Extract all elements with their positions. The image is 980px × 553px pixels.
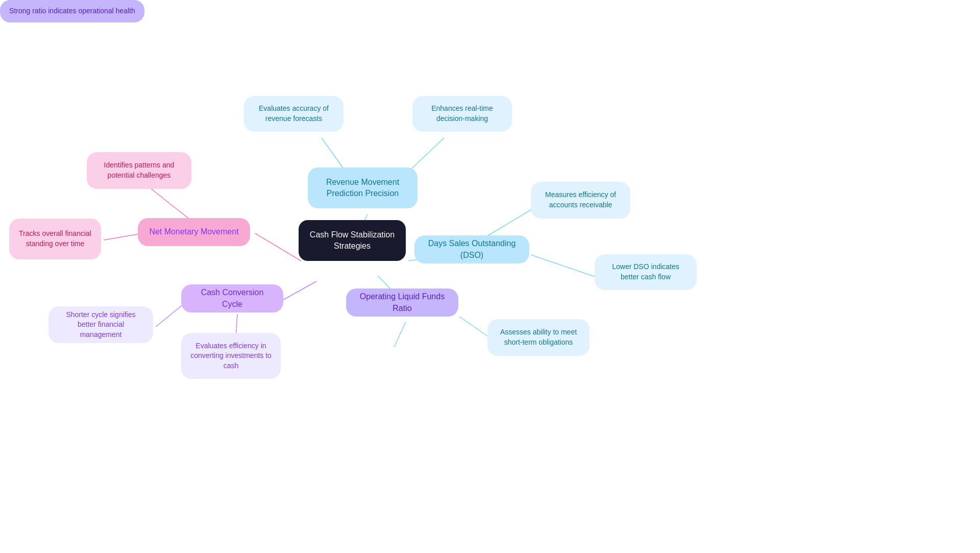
revenue-prediction-node: Revenue Movement Prediction Precision xyxy=(308,167,418,208)
evaluates-efficiency-node: Evaluates efficiency in converting inves… xyxy=(181,333,281,379)
lower-dso-node: Lower DSO indicates better cash flow xyxy=(595,254,697,290)
shorter-cycle-node: Shorter cycle signifies better financial… xyxy=(48,306,153,343)
operating-liquid-node: Operating Liquid Funds Ratio xyxy=(346,288,458,317)
measures-efficiency-node: Measures efficiency of accounts receivab… xyxy=(531,182,630,219)
identifies-patterns-node: Identifies patterns and potential challe… xyxy=(87,152,191,189)
net-monetary-node: Net Monetary Movement xyxy=(138,218,250,246)
svg-line-3 xyxy=(283,281,316,300)
assesses-ability-node: Assesses ability to meet short-term obli… xyxy=(487,319,590,356)
evaluates-accuracy-node: Evaluates accuracy of revenue forecasts xyxy=(244,96,344,132)
dso-node: Days Sales Outstanding (DSO) xyxy=(414,235,529,263)
strong-ratio-node: Strong ratio indicates operational healt… xyxy=(0,0,144,22)
cash-conversion-node: Cash Conversion Cycle xyxy=(181,284,283,312)
svg-line-11 xyxy=(531,255,600,278)
center-node: Cash Flow Stabilization Strategies xyxy=(299,220,406,261)
tracks-financial-node: Tracks overall financial standing over t… xyxy=(9,219,101,259)
svg-line-2 xyxy=(104,233,143,240)
svg-line-0 xyxy=(255,233,301,261)
svg-line-13 xyxy=(394,322,406,347)
enhances-decision-node: Enhances real-time decision-making xyxy=(412,96,512,132)
